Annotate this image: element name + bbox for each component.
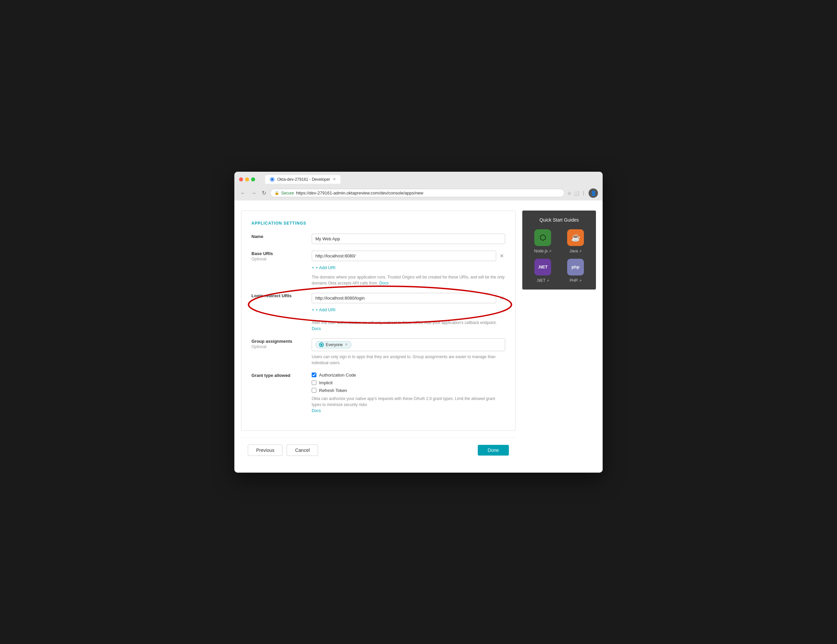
bottom-bar: Previous Cancel Done: [241, 438, 515, 462]
base-uris-clear-button[interactable]: ✕: [498, 251, 505, 261]
secure-label: Secure: [281, 191, 294, 195]
group-sublabel: Optional: [251, 344, 312, 349]
base-uris-add-label: + Add URI: [316, 265, 336, 270]
login-redirect-input[interactable]: [312, 293, 496, 303]
menu-icon[interactable]: ⋮: [581, 190, 586, 196]
base-uris-label: Base URIs: [251, 251, 312, 257]
back-button[interactable]: ←: [239, 190, 247, 197]
browser-window: Okta-dev-279161 - Developer ✕ ← → ↻ 🔒 Se…: [235, 172, 602, 473]
bookmark-icon[interactable]: ☆: [567, 190, 571, 196]
base-uris-field-col: ✕ + + Add URI The domains where your app…: [312, 251, 505, 286]
group-field-col: Everyone ✕ Users can only sign in to app…: [312, 338, 505, 366]
name-field-col: [312, 234, 505, 244]
java-label: Java: [569, 249, 581, 253]
php-label: PHP: [569, 278, 581, 283]
name-label-col: Name: [251, 234, 312, 240]
secure-icon: 🔒: [274, 191, 279, 195]
quick-start-grid: ⬡ Node.js ☕ Java .NET .NET php PHP: [529, 229, 589, 283]
auth-code-checkbox[interactable]: [312, 372, 317, 377]
address-input-wrap[interactable]: 🔒 Secure https://dev-279161-admin.oktapr…: [270, 189, 565, 197]
user-avatar[interactable]: 👤: [589, 188, 598, 198]
close-button[interactable]: [239, 177, 243, 182]
login-redirect-add-button[interactable]: + + Add URI: [312, 306, 335, 314]
everyone-tag: Everyone ✕: [315, 341, 351, 349]
login-redirect-add-label: + Add URI: [316, 307, 336, 312]
login-redirect-docs-link[interactable]: Docs: [312, 326, 321, 331]
cancel-button[interactable]: Cancel: [287, 444, 318, 456]
dotnet-label: .NET: [537, 278, 549, 283]
nodejs-icon: ⬡: [534, 229, 551, 246]
grant-type-field-col: Authorization Code Implicit Refresh Toke…: [312, 372, 505, 414]
quick-start-panel: Quick Start Guides ⬡ Node.js ☕ Java .NET…: [522, 211, 596, 290]
refresh-checkbox[interactable]: [312, 388, 317, 393]
address-bar: ← → ↻ 🔒 Secure https://dev-279161-admin.…: [235, 187, 602, 200]
url-display: https://dev-279161-admin.oktapreview.com…: [296, 190, 560, 195]
base-uris-helper: The domains where your application runs.…: [312, 274, 505, 286]
grant-type-label: Grant type allowed: [251, 372, 312, 379]
grant-type-label-col: Grant type allowed: [251, 372, 312, 379]
name-input[interactable]: [312, 234, 505, 244]
login-redirect-helper: After the user authenticates we will onl…: [312, 320, 505, 332]
implicit-checkbox[interactable]: [312, 380, 317, 385]
group-tag-input[interactable]: Everyone ✕: [312, 338, 505, 351]
title-bar: Okta-dev-279161 - Developer ✕: [235, 172, 602, 187]
base-uris-sublabel: Optional: [251, 257, 312, 261]
php-icon: php: [567, 259, 584, 275]
done-button[interactable]: Done: [478, 445, 509, 456]
login-redirect-label-col: Login redirect URIs: [251, 293, 312, 299]
tab-bar: Okta-dev-279161 - Developer ✕: [265, 175, 340, 184]
screen-cast-icon[interactable]: ⬜: [573, 190, 579, 196]
browser-tab[interactable]: Okta-dev-279161 - Developer ✕: [265, 175, 340, 184]
nodejs-label: Node.js: [534, 249, 551, 253]
login-redirect-field-col: ✕ + + Add URI: [312, 293, 505, 316]
qs-item-java[interactable]: ☕ Java: [562, 229, 589, 253]
maximize-button[interactable]: [251, 177, 255, 182]
grant-type-row: Grant type allowed Authorization Code Im…: [251, 372, 505, 414]
dotnet-icon: .NET: [534, 259, 551, 275]
group-helper: Users can only sign in to apps that they…: [312, 354, 505, 366]
implicit-label: Implicit: [319, 380, 332, 385]
everyone-tag-close[interactable]: ✕: [345, 342, 348, 347]
java-icon: ☕: [567, 229, 584, 246]
base-uris-input[interactable]: [312, 251, 496, 261]
login-redirect-label: Login redirect URIs: [251, 293, 312, 299]
implicit-row: Implicit: [312, 380, 505, 385]
form-card: APPLICATION SETTINGS Name Base URIs Opti…: [241, 211, 515, 431]
qs-item-dotnet[interactable]: .NET .NET: [529, 259, 556, 283]
grant-type-docs-link[interactable]: Docs: [312, 408, 321, 413]
base-uris-add-button[interactable]: + + Add URI: [312, 264, 335, 272]
refresh-row: Refresh Token: [312, 388, 505, 393]
grant-type-helper: Okta can authorize your native app's req…: [312, 396, 505, 414]
address-actions: ☆ ⬜ ⋮: [567, 190, 586, 196]
base-uris-docs-link[interactable]: Docs: [379, 281, 388, 285]
login-redirect-helper-row: After the user authenticates we will onl…: [251, 320, 505, 332]
name-row: Name: [251, 234, 505, 244]
auth-code-label: Authorization Code: [319, 372, 356, 378]
refresh-label: Refresh Token: [319, 388, 347, 393]
minimize-button[interactable]: [245, 177, 249, 182]
everyone-radio-inner: [320, 344, 322, 346]
tab-favicon: [270, 177, 274, 182]
reload-button[interactable]: ↻: [261, 189, 268, 197]
qs-item-php[interactable]: php PHP: [562, 259, 589, 283]
qs-item-nodejs[interactable]: ⬡ Node.js: [529, 229, 556, 253]
tab-close-icon[interactable]: ✕: [333, 177, 336, 182]
everyone-radio: [319, 342, 324, 347]
login-redirect-input-row: ✕: [312, 293, 505, 303]
page-content: APPLICATION SETTINGS Name Base URIs Opti…: [235, 200, 602, 473]
tab-title: Okta-dev-279161 - Developer: [277, 177, 330, 182]
group-label-col: Group assignments Optional: [251, 338, 312, 349]
forward-button[interactable]: →: [250, 190, 258, 197]
auth-code-row: Authorization Code: [312, 372, 505, 378]
everyone-label: Everyone: [326, 342, 343, 347]
previous-button[interactable]: Previous: [248, 444, 282, 456]
login-redirect-clear-button[interactable]: ✕: [498, 293, 505, 303]
section-title: APPLICATION SETTINGS: [251, 221, 505, 226]
base-uris-label-col: Base URIs Optional: [251, 251, 312, 261]
login-redirect-row: Login redirect URIs ✕ + + Add URI: [251, 293, 505, 316]
login-add-icon: +: [312, 307, 314, 312]
group-assignments-row: Group assignments Optional Everyone ✕: [251, 338, 505, 366]
name-label: Name: [251, 234, 312, 240]
traffic-lights: [239, 177, 255, 182]
base-uris-input-row: ✕: [312, 251, 505, 261]
